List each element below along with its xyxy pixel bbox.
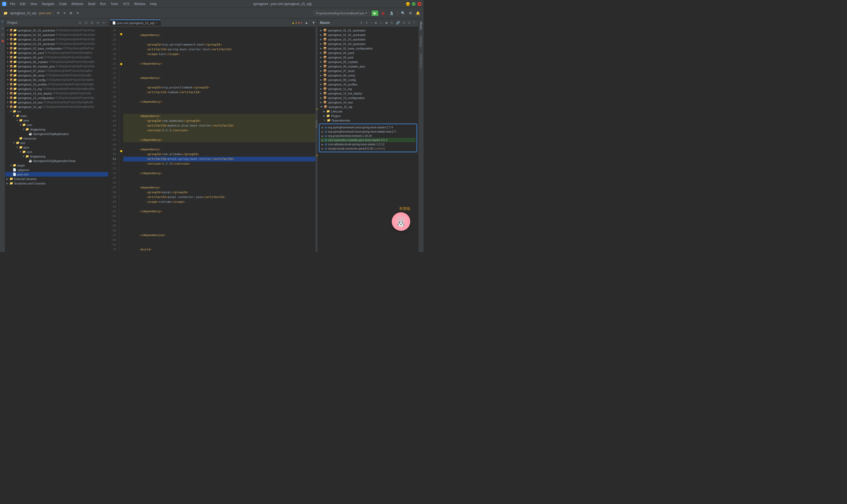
dependency-item[interactable]: ▶⊞mysql:mysql-connector-java:8.0.30 (run… (321, 146, 416, 150)
tree-item[interactable]: ▼📦📁springboot_01_01_quickstartD:\DingJia… (5, 28, 108, 33)
maven-help-btn[interactable]: ? (412, 20, 416, 25)
maven-settings-btn[interactable]: ⚙ (389, 20, 394, 25)
favorites-icon[interactable]: ★ (1, 26, 5, 30)
close-panel-button[interactable]: ✕ (75, 10, 80, 16)
notifications-button[interactable]: 🔔 (415, 10, 421, 16)
code-line[interactable] (123, 104, 316, 109)
menu-bar[interactable]: File Edit View Navigate Code Refactor Bu… (8, 2, 159, 6)
tree-item[interactable]: ▼📦📁springboot_14_testD:\DingJiaxiong\Ide… (5, 100, 108, 105)
code-line[interactable]: </dependency> (123, 61, 316, 66)
settings-main-button[interactable]: ⚙ (408, 10, 413, 16)
code-line[interactable]: </dependency> (123, 171, 316, 176)
sync-button[interactable]: ⟳ (56, 10, 61, 16)
project-hide-btn[interactable]: ✕ (102, 20, 106, 25)
code-line[interactable]: </dependency> (123, 209, 316, 214)
tree-item[interactable]: ▼📦📁springboot_13_configurationD:\DingJia… (5, 95, 108, 100)
tree-item[interactable]: ▼📦📁springboot_01_04_quickstartD:\DingJia… (5, 41, 108, 46)
project-expand-btn[interactable]: ⊞ (89, 20, 94, 25)
run-button[interactable]: ▶ (372, 11, 378, 16)
project-dropdown-button[interactable]: 📁 (2, 10, 9, 16)
tree-item[interactable]: ▼📦📁springboot_12_hot_deployD:\DingJiaxio… (5, 91, 108, 95)
bookmarks-icon[interactable]: 🔖 (1, 39, 5, 43)
maven-label[interactable]: Maven (419, 20, 423, 32)
code-line[interactable]: <artifactId>spring-boot-starter-test</ar… (123, 47, 316, 52)
maven-project-item[interactable]: ▶📦springboot_06_mybatis_plus (318, 64, 418, 69)
code-line[interactable]: <groupId>com.alibaba</groupId> (123, 152, 316, 157)
code-line[interactable]: </dependency> (123, 138, 316, 142)
code-line[interactable]: <scope>test</scope> (123, 52, 316, 57)
scroll-thumb[interactable] (316, 120, 317, 128)
code-line[interactable]: <dependency> (123, 76, 316, 80)
maven-download-btn[interactable]: ⬇ (364, 20, 369, 25)
dependency-item[interactable]: ▶⊞org.projectlombok:lombok:1.18.24 (321, 134, 416, 138)
structure-icon[interactable]: ⊞ (1, 32, 5, 37)
menu-vcs[interactable]: VCS (121, 2, 131, 6)
maven-toolbar[interactable]: ⟳ ⬇ + ▶ ▷ ◼ ⚙ 🔗 ⊞ ⊟ ? (359, 20, 416, 25)
tree-item[interactable]: ▼📦📁springboot_09_configD:\DingJiaxiong\I… (5, 77, 108, 82)
tree-item[interactable]: 📄pom.xml (5, 172, 108, 177)
code-line[interactable] (123, 242, 316, 247)
run-coverage-button[interactable]: 🔬 (388, 10, 395, 16)
menu-tools[interactable]: Tools (109, 2, 120, 6)
project-gear-btn[interactable]: ⚙ (95, 20, 100, 25)
tree-item[interactable]: ▼📦📁springboot_06_mybatis_plusD:\DingJiax… (5, 64, 108, 69)
code-line[interactable]: <dependency> (123, 185, 316, 190)
menu-help[interactable]: Help (148, 2, 159, 6)
maven-project-item[interactable]: ▶📦springboot_13_configuration (318, 95, 418, 100)
menu-navigate[interactable]: Navigate (40, 2, 56, 6)
code-line[interactable] (123, 109, 316, 114)
maven-project-item[interactable]: ▶📦springboot_01_03_quickstart (318, 37, 418, 41)
maven-run-btn[interactable]: ▶ (374, 20, 379, 25)
tree-item[interactable]: ▼📦📁springboot_02_base_configurationD:\Di… (5, 46, 108, 51)
code-line[interactable] (123, 66, 316, 71)
menu-window[interactable]: Window (132, 2, 148, 6)
project-tree[interactable]: ▼📦📁springboot_01_01_quickstartD:\DingJia… (5, 27, 108, 252)
database-label[interactable]: Database (419, 34, 423, 50)
maven-run-config-btn[interactable]: ▷ (379, 20, 383, 25)
menu-view[interactable]: View (28, 2, 39, 6)
code-editor[interactable]: 2425262728293031323334353637383940414243… (109, 27, 318, 252)
tree-item[interactable]: ▼📁java (5, 118, 108, 123)
code-line[interactable]: <groupId>org.projectlombok</groupId> (123, 85, 316, 90)
notifications-label[interactable]: Notifications (419, 52, 423, 70)
code-line[interactable]: <groupId>org.springframework.boot</group… (123, 42, 316, 47)
menu-file[interactable]: File (8, 2, 17, 6)
code-line[interactable]: <scope>runtime</scope> (123, 200, 316, 204)
code-line[interactable]: <version>3.5.2</version> (123, 128, 316, 133)
project-tool-icon[interactable]: P (1, 20, 5, 24)
code-line[interactable] (123, 57, 316, 61)
code-line[interactable]: <version>1.2.11</version> (123, 161, 316, 166)
maven-project-item[interactable]: ▶📦springboot_01_02_quickstart (318, 33, 418, 37)
run-configuration[interactable]: PropertiesAndArgsTest.testBookCase ▾ (313, 11, 370, 16)
code-line[interactable] (123, 28, 316, 33)
tree-item[interactable]: ▼📦📁springboot_01_02_quickstartD:\DingJia… (5, 33, 108, 37)
code-line[interactable]: <dependency> (123, 147, 316, 152)
tree-item[interactable]: ▼📦📁springboot_11_logD:\DingJiaxiong\Idea… (5, 87, 108, 91)
tree-item[interactable]: 📁resources (5, 136, 108, 141)
maven-stop-btn[interactable]: ◼ (384, 20, 389, 25)
code-line[interactable]: <artifactId>druid-spring-boot-starter</a… (123, 157, 316, 161)
maven-add-btn[interactable]: + (370, 20, 374, 25)
code-line[interactable] (123, 38, 316, 42)
dependency-item[interactable]: ▶⊞com.baomidou:mybatis-plus-boot-starter… (321, 138, 416, 142)
code-line[interactable] (123, 166, 316, 171)
tree-item[interactable]: ▼📦📁springboot_05_mybatisD:\DingJiaxiong\… (5, 59, 108, 64)
maven-project-item[interactable]: ▶📦springboot_08_ssmp (318, 73, 418, 77)
tree-item[interactable]: ▼📁java (5, 145, 108, 149)
dependency-item[interactable]: ▶⊞org.springframework.boot:spring-boot-s… (321, 129, 416, 134)
code-line[interactable] (123, 181, 316, 185)
debug-button[interactable]: 🐞 (379, 10, 387, 16)
menu-build[interactable]: Build (86, 2, 97, 6)
maven-project-item[interactable]: ▶📦springboot_10_profiles (318, 82, 418, 87)
settings-button[interactable]: ⚙ (68, 10, 74, 16)
project-settings-btn[interactable]: ⚙ (77, 20, 83, 25)
code-line[interactable]: </dependencies> (123, 233, 316, 238)
code-line[interactable]: <groupId>com.baomidou</groupId> (123, 119, 316, 123)
dependency-item[interactable]: ▶⊞com.alibaba:druid-spring-boot-starter:… (321, 142, 416, 146)
maven-project-item[interactable]: ▶📦springboot_01_04_quickstart (318, 41, 418, 46)
maven-section-item[interactable]: ▶📁Plugins (318, 113, 418, 118)
maven-expand-btn[interactable]: ⊞ (401, 20, 406, 25)
menu-edit[interactable]: Edit (18, 2, 28, 6)
code-line[interactable] (123, 95, 316, 100)
maven-link-btn[interactable]: 🔗 (395, 20, 401, 25)
